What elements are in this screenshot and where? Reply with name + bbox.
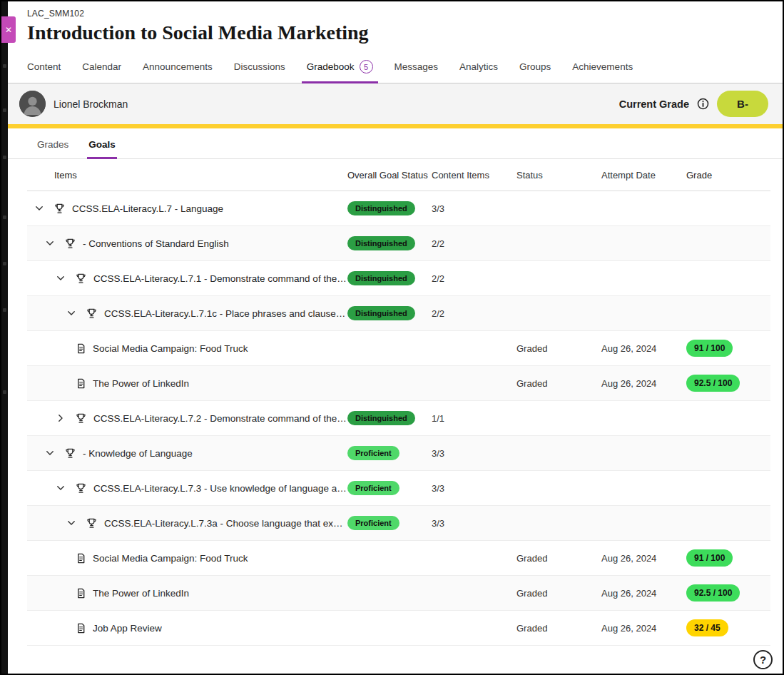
goal-status-pill: Proficient [347,481,399,495]
subtab-label: Grades [37,139,68,150]
gradebook-goals-screen: ✕ LAC_SMM102 Introduction to Social Medi… [0,0,784,675]
grade-pill: 32 / 45 [686,619,728,636]
item-status: Graded [516,553,547,564]
chevron-right-icon[interactable] [55,413,66,424]
content-items-count: 1/1 [432,413,444,424]
trophy-icon [54,203,66,215]
sidebar-mini-icon [3,156,6,159]
item-status: Graded [516,378,547,389]
course-code: LAC_SMM102 [27,9,783,19]
subtab-goals[interactable]: Goals [87,128,117,158]
item-status: Graded [516,588,547,599]
column-grade: Grade [686,170,712,181]
table-row[interactable]: CCSS.ELA-Literacy.L.7.3a - Choose langua… [27,506,770,541]
goal-status-pill: Distinguished [347,271,415,285]
nav-tab-label: Gradebook [307,61,355,72]
nav-tab-label: Messages [394,61,439,72]
close-panel-button[interactable]: ✕ [1,16,16,43]
nav-tab-label: Discussions [234,61,285,72]
goals-table-body: CCSS.ELA-Literacy.L.7 - Language Disting… [27,191,770,646]
table-row[interactable]: - Knowledge of Language Proficient 3/3 [27,436,770,471]
column-content-items: Content Items [432,170,489,181]
row-label: Social Media Campaign: Food Truck [93,343,248,354]
attempt-date: Aug 26, 2024 [601,553,656,564]
table-row[interactable]: CCSS.ELA-Literacy.L.7.3 - Use knowledge … [27,471,770,506]
attempt-date: Aug 26, 2024 [601,378,656,389]
goal-status-pill: Proficient [347,446,399,460]
table-row[interactable]: CCSS.ELA-Literacy.L.7 - Language Disting… [27,191,770,226]
table-row[interactable]: Social Media Campaign: Food Truck Graded… [27,541,770,576]
grade-pill: 91 / 100 [686,340,733,357]
table-row[interactable]: - Conventions of Standard English Distin… [27,226,770,261]
trophy-icon [64,238,76,250]
content-items-count: 2/2 [432,273,444,284]
grade-pill: 92.5 / 100 [686,584,740,602]
nav-tab-calendar[interactable]: Calendar [82,56,121,83]
chevron-down-icon[interactable] [34,203,44,214]
table-row[interactable]: CCSS.ELA-Literacy.L.7.1c - Place phrases… [27,296,770,331]
subtab-label: Goals [88,139,116,150]
nav-tab-content[interactable]: Content [27,56,61,83]
grade-pill: 92.5 / 100 [686,375,740,392]
goals-table-header: Items Overall Goal Status Content Items … [27,159,770,191]
content-items-count: 3/3 [432,448,444,459]
table-row[interactable]: The Power of LinkedIn Graded Aug 26, 202… [27,366,770,401]
current-grade-label: Current Grade [619,98,689,110]
sidebar-mini-icon [3,308,6,312]
nav-tab-announcements[interactable]: Announcements [143,56,213,83]
nav-tab-discussions[interactable]: Discussions [234,56,285,83]
chevron-down-icon[interactable] [44,448,55,459]
row-label: CCSS.ELA-Literacy.L.7.3a - Choose langua… [104,518,347,529]
avatar [19,91,46,117]
sidebar-mini-icon [3,390,6,394]
nav-tab-messages[interactable]: Messages [394,56,439,83]
row-label: - Conventions of Standard English [83,238,229,249]
table-row[interactable]: CCSS.ELA-Literacy.L.7.1 - Demonstrate co… [27,261,770,296]
document-icon [76,588,86,599]
trophy-icon [86,517,98,529]
chevron-down-icon[interactable] [55,483,66,494]
content-items-count: 2/2 [432,308,444,319]
content-items-count: 3/3 [432,203,444,214]
gradebook-subtabs: Grades Goals [8,128,783,159]
row-label: Job App Review [93,623,162,634]
row-label: CCSS.ELA-Literacy.L.7 - Language [72,203,223,214]
chevron-down-icon[interactable] [44,238,55,249]
table-row[interactable]: The Power of LinkedIn Graded Aug 26, 202… [27,576,770,611]
row-label: CCSS.ELA-Literacy.L.7.3 - Use knowledge … [93,483,347,494]
trophy-icon [64,447,76,460]
help-button[interactable]: ? [753,650,773,669]
goals-table: Items Overall Goal Status Content Items … [27,159,770,674]
subtab-grades[interactable]: Grades [36,128,70,158]
table-row[interactable]: CCSS.ELA-Literacy.L.7.2 - Demonstrate co… [27,401,770,436]
goal-status-pill: Proficient [347,516,399,530]
trophy-icon [86,308,98,320]
row-label: - Knowledge of Language [83,448,193,459]
trophy-icon [75,412,87,425]
content-items-count: 3/3 [432,483,444,494]
overall-grade-pill[interactable]: B- [717,91,768,117]
column-attempt-date: Attempt Date [601,170,656,181]
document-icon [76,378,86,389]
student-bar: Lionel Brockman Current Grade B- [8,83,783,124]
table-row[interactable]: Job App Review Graded Aug 26, 2024 32 / … [27,611,770,646]
nav-tab-analytics[interactable]: Analytics [459,56,498,83]
document-icon [76,553,86,564]
document-icon [76,623,86,634]
table-row[interactable]: Social Media Campaign: Food Truck Graded… [27,331,770,366]
nav-tab-groups[interactable]: Groups [519,56,551,83]
chevron-down-icon[interactable] [66,308,76,319]
goal-status-pill: Distinguished [347,201,415,215]
sidebar-mini-icon [3,108,6,112]
nav-tab-achievements[interactable]: Achievements [572,56,633,83]
chevron-down-icon[interactable] [66,518,76,529]
nav-tab-gradebook[interactable]: Gradebook 5 [307,56,373,83]
collapsed-sidebar[interactable] [1,1,8,674]
course-nav: Content Calendar Announcements Discussio… [8,56,783,83]
chevron-down-icon[interactable] [55,273,66,284]
student-name: Lionel Brockman [54,98,128,110]
sidebar-mini-icon [3,64,6,68]
nav-tab-badge: 5 [360,60,373,73]
course-header: LAC_SMM102 Introduction to Social Media … [8,1,783,44]
info-icon[interactable] [697,98,709,110]
